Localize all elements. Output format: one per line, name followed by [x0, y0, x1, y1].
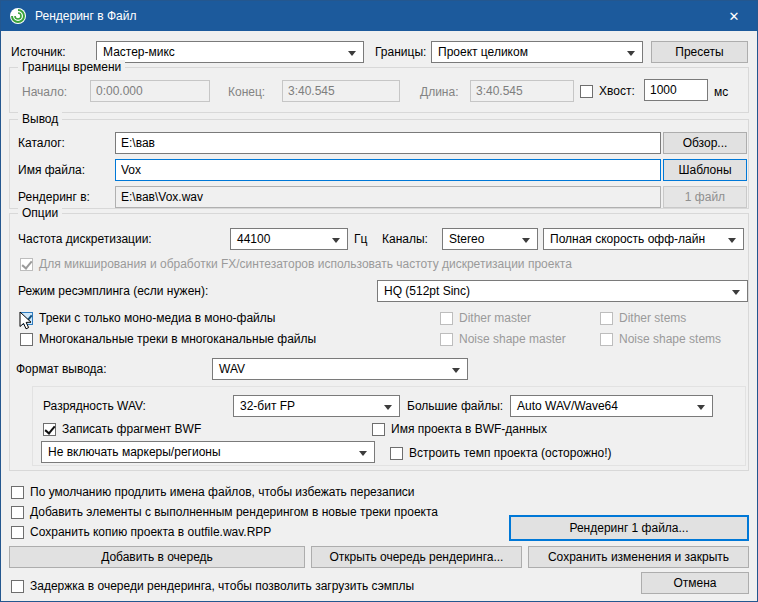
source-select-value: Мастер-микс: [103, 45, 175, 59]
source-label: Источник:: [11, 45, 66, 59]
channels-label: Каналы:: [382, 232, 428, 246]
render-to-label: Рендеринг в:: [18, 190, 90, 204]
filename-input[interactable]: [115, 159, 661, 181]
time-bounds-group: Границы времени Начало: Конец: Длина: Хв…: [9, 67, 749, 113]
channels-select-value: Stereo: [449, 232, 484, 246]
time-bounds-group-title: Границы времени: [18, 60, 125, 74]
end-label: Конец:: [228, 85, 265, 99]
dither-master-checkbox: Dither master: [440, 310, 531, 326]
chevron-down-icon: [359, 451, 367, 456]
chevron-down-icon: [452, 368, 460, 373]
dither-stems-checkbox-label: Dither stems: [619, 311, 686, 325]
tail-ms-input[interactable]: [644, 79, 708, 101]
embed-tempo-checkbox-label: Встроить темп проекта (осторожно!): [409, 446, 612, 460]
samplerate-label: Частота дискретизации:: [18, 232, 152, 246]
output-format-select[interactable]: WAV: [212, 358, 468, 380]
tail-checkbox[interactable]: Хвост:: [580, 83, 635, 99]
add-rendered-items-checkbox-label: Добавить элементы с выполненным рендерин…: [30, 505, 438, 519]
source-select[interactable]: Мастер-микс: [96, 41, 364, 63]
autoextend-filename-checkbox[interactable]: По умолчанию продлить имена файлов, чтоб…: [11, 484, 415, 500]
output-group: Вывод Каталог: Обзор... Имя файла: Шабло…: [9, 119, 749, 209]
checkbox-box: [20, 312, 33, 325]
save-and-close-button-label: Сохранить изменения и закрыть: [548, 550, 729, 564]
file-count-button-label: 1 файл: [685, 190, 725, 204]
write-bwf-checkbox[interactable]: Записать фрагмент BWF: [43, 421, 201, 437]
chevron-down-icon: [732, 290, 740, 295]
markers-select[interactable]: Не включать маркеры/регионы: [41, 441, 375, 463]
bounds-label: Границы:: [375, 45, 426, 59]
tail-checkbox-label: Хвост:: [599, 84, 635, 98]
queue-delay-checkbox-label: Задержка в очереди рендеринга, чтобы поз…: [30, 579, 414, 593]
checkbox-box: [372, 423, 385, 436]
length-field: [470, 80, 574, 102]
open-render-queue-button[interactable]: Открыть очередь рендеринга...: [311, 546, 522, 568]
wav-depth-label: Разрядность WAV:: [43, 399, 146, 413]
reaper-logo-icon: [9, 7, 27, 25]
chevron-down-icon: [332, 238, 340, 243]
directory-label: Каталог:: [18, 136, 65, 150]
checkbox-box: [440, 333, 453, 346]
directory-input[interactable]: [115, 132, 661, 154]
render-button[interactable]: Рендеринг 1 файла...: [509, 515, 749, 541]
queue-delay-checkbox[interactable]: Задержка в очереди рендеринга, чтобы поз…: [11, 578, 414, 594]
noise-shape-master-checkbox-label: Noise shape master: [459, 332, 566, 346]
channels-select[interactable]: Stereo: [442, 228, 538, 250]
large-files-label: Большие файлы:: [407, 399, 503, 413]
bounds-select[interactable]: Проект целиком: [431, 41, 643, 63]
checkbox-box: [600, 312, 613, 325]
checkbox-box: [11, 486, 24, 499]
noise-shape-stems-checkbox: Noise shape stems: [600, 331, 721, 347]
dither-stems-checkbox: Dither stems: [600, 310, 686, 326]
chevron-down-icon: [697, 405, 705, 410]
start-label: Начало:: [22, 85, 67, 99]
chevron-down-icon: [522, 238, 530, 243]
autoextend-filename-checkbox-label: По умолчанию продлить имена файлов, чтоб…: [30, 485, 415, 499]
output-group-title: Вывод: [18, 112, 62, 126]
presets-button[interactable]: Пресеты: [651, 41, 748, 63]
options-group: Опции Частота дискретизации: 44100 Гц Ка…: [9, 213, 749, 471]
browse-button[interactable]: Обзор...: [663, 132, 747, 154]
resample-mode-select[interactable]: HQ (512pt Sinc): [377, 280, 748, 302]
project-samplerate-checkbox: Для микширования и обработки FX/синтезат…: [20, 256, 572, 272]
close-button[interactable]: ✕: [711, 1, 757, 31]
checkbox-box: [440, 312, 453, 325]
embed-tempo-checkbox[interactable]: Встроить темп проекта (осторожно!): [390, 445, 612, 461]
resample-mode-label: Режим ресэмплинга (если нужен):: [18, 284, 208, 298]
mono-tracks-checkbox-label: Треки с только моно-медиа в моно-файлы: [39, 311, 275, 325]
project-name-bwf-checkbox[interactable]: Имя проекта в BWF-данных: [372, 421, 547, 437]
templates-button[interactable]: Шаблоны: [663, 159, 747, 181]
titlebar: Рендеринг в Файл ✕: [1, 1, 757, 31]
samplerate-select[interactable]: 44100: [230, 228, 348, 250]
write-bwf-checkbox-label: Записать фрагмент BWF: [62, 422, 201, 436]
render-dialog-window: Рендеринг в Файл ✕ Источник: Мастер-микс…: [0, 0, 758, 602]
multichannel-tracks-checkbox-label: Многоканальные треки в многоканальные фа…: [39, 332, 316, 346]
wav-depth-select-value: 32-бит FP: [240, 399, 295, 413]
chevron-down-icon: [728, 238, 736, 243]
open-render-queue-button-label: Открыть очередь рендеринга...: [330, 550, 504, 564]
add-to-queue-button[interactable]: Добавить в очередь: [9, 546, 305, 568]
project-name-bwf-checkbox-label: Имя проекта в BWF-данных: [391, 422, 547, 436]
cancel-button-label: Отмена: [673, 576, 716, 590]
chevron-down-icon: [627, 51, 635, 56]
checkbox-box: [580, 85, 593, 98]
checkbox-box: [11, 580, 24, 593]
cancel-button[interactable]: Отмена: [641, 572, 749, 594]
save-and-close-button[interactable]: Сохранить изменения и закрыть: [528, 546, 749, 568]
render-button-label: Рендеринг 1 файла...: [569, 521, 688, 535]
mono-tracks-checkbox[interactable]: Треки с только моно-медиа в моно-файлы: [20, 310, 275, 326]
render-speed-select[interactable]: Полная скорость офф-лайн: [543, 228, 744, 250]
noise-shape-master-checkbox: Noise shape master: [440, 331, 566, 347]
presets-button-label: Пресеты: [675, 45, 723, 59]
browse-button-label: Обзор...: [683, 136, 728, 150]
checkbox-box: [11, 506, 24, 519]
large-files-select[interactable]: Auto WAV/Wave64: [510, 395, 713, 417]
save-project-copy-checkbox[interactable]: Сохранить копию проекта в outfile.wav.RP…: [11, 524, 271, 540]
wav-depth-select[interactable]: 32-бит FP: [233, 395, 400, 417]
start-time-field: [90, 80, 210, 102]
render-path-field: [115, 186, 661, 208]
filename-label: Имя файла:: [18, 163, 85, 177]
samplerate-select-value: 44100: [237, 232, 270, 246]
add-rendered-items-checkbox[interactable]: Добавить элементы с выполненным рендерин…: [11, 504, 438, 520]
multichannel-tracks-checkbox[interactable]: Многоканальные треки в многоканальные фа…: [20, 331, 316, 347]
project-samplerate-checkbox-label: Для микширования и обработки FX/синтезат…: [39, 257, 572, 271]
